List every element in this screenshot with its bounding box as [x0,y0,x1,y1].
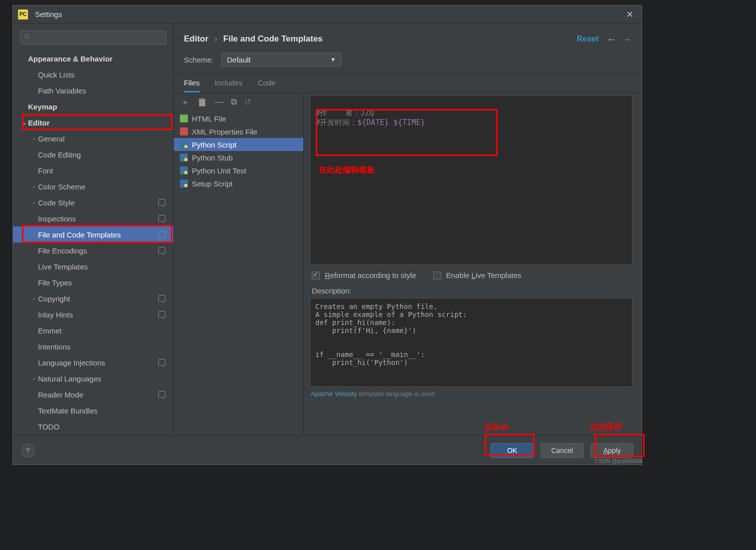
sidebar-item-label: Natural Languages [38,374,168,383]
sidebar-item-todo[interactable]: ›TODO [13,418,173,434]
help-button[interactable]: ? [21,444,35,458]
sidebar-item-path-variables[interactable]: ›Path Variables [13,82,173,98]
revert-template-icon[interactable]: ↺ [244,97,251,108]
sidebar-item-textmate-bundles[interactable]: ›TextMate Bundles [13,402,173,418]
ok-button[interactable]: OK [491,443,534,458]
sidebar-item-label: Code Style [38,198,158,207]
sidebar-item-code-editing[interactable]: ›Code Editing [13,146,173,162]
template-item-html-file[interactable]: HTML File [174,112,303,125]
template-item-setup-script[interactable]: Setup Script [174,177,303,190]
project-scope-icon [158,199,165,206]
sidebar-item-font[interactable]: ›Font [13,162,173,178]
add-template-icon[interactable]: ＋ [181,96,189,108]
sidebar-item-emmet[interactable]: ›Emmet [13,322,173,338]
tree-arrow-icon: ⌄ [20,120,28,126]
nav-arrows: ← → [607,34,632,45]
sidebar-item-label: TextMate Bundles [38,406,168,415]
velocity-link[interactable]: Apache Velocity [311,390,357,398]
sidebar-item-file-encodings[interactable]: ›File Encodings [13,242,173,258]
app-icon: PC [18,10,28,20]
template-item-python-unit-test[interactable]: Python Unit Test [174,164,303,177]
copy-template-icon[interactable]: ⧉ [231,97,237,107]
sidebar-item-inspections[interactable]: ›Inspections [13,210,173,226]
remove-template-icon[interactable]: — [215,97,223,107]
sidebar-item-label: Path Variables [38,86,168,95]
sidebar-item-label: Keymap [28,102,168,111]
sidebar-item-intentions[interactable]: ›Intentions [13,338,173,354]
annotation-click-apply: 点击应用 [590,422,622,432]
sidebar-item-label: Editor [28,118,168,127]
tab-includes[interactable]: Includes [215,78,243,92]
settings-dialog: PC Settings ✕ ›Appearance & Behavior›Qui… [12,5,642,465]
svg-point-0 [24,34,28,38]
tab-code[interactable]: Code [258,78,276,92]
template-item-python-script[interactable]: Python Script [174,138,303,151]
py-file-icon [180,166,188,174]
sidebar-item-label: File Encodings [38,246,158,255]
template-item-label: Python Script [192,140,236,149]
xml-file-icon [180,128,188,136]
apply-button[interactable]: Apply [591,443,634,458]
html-file-icon [180,114,188,122]
sidebar-item-editor[interactable]: ⌄Editor [13,114,173,130]
settings-content: Editor › File and Code Templates Reset ←… [174,24,642,436]
svg-line-1 [28,38,30,40]
scheme-select[interactable]: Default ▼ [221,52,341,66]
project-scope-icon [158,391,165,398]
sidebar-item-label: Color Scheme [38,182,168,191]
sidebar-item-label: Quick Lists [38,70,168,79]
reformat-checkbox[interactable]: Reformat according to style [312,271,416,280]
sidebar-item-label: Font [38,166,168,175]
description-label: Description: [310,286,633,298]
sidebar-item-code-style[interactable]: ›Code Style [13,194,173,210]
sidebar-item-inlay-hints[interactable]: ›Inlay Hints [13,306,173,322]
enable-live-checkbox[interactable]: Enable Live Templates [433,271,522,280]
sidebar-item-label: Code Editing [38,150,168,159]
project-scope-icon [158,231,165,238]
search-icon [23,33,30,40]
nav-back-icon[interactable]: ← [607,34,617,45]
sidebar-item-language-injections[interactable]: ›Language Injections [13,354,173,370]
sidebar-item-file-and-code-templates[interactable]: ›File and Code Templates [13,226,173,242]
nav-forward-icon[interactable]: → [622,34,632,45]
template-toolbar: ＋ 📋 — ⧉ ↺ [174,93,303,111]
tab-files[interactable]: Files [184,78,200,92]
settings-tree[interactable]: ›Appearance & Behavior›Quick Lists›Path … [13,48,173,436]
reset-link[interactable]: Reset [577,34,599,44]
sidebar-item-label: File Types [38,278,168,287]
template-item-python-stub[interactable]: Python Stub [174,151,303,164]
sidebar-item-color-scheme[interactable]: ›Color Scheme [13,178,173,194]
template-item-label: Python Unit Test [192,166,246,175]
template-list-panel: ＋ 📋 — ⧉ ↺ HTML FileXML Properties FilePy… [174,93,304,436]
template-code-editor[interactable]: #作 者：JZQ #开发时间：${DATE} ${TIME} [310,95,633,265]
add-group-icon[interactable]: 📋 [197,97,207,108]
template-item-xml-properties-file[interactable]: XML Properties File [174,125,303,138]
breadcrumb-part: Editor [184,34,208,44]
close-icon[interactable]: ✕ [623,9,637,20]
search-input[interactable] [20,30,166,44]
sidebar-item-copyright[interactable]: ›Copyright [13,290,173,306]
annotation-edit-template: 在此处编辑模板 [319,165,375,176]
sidebar-item-label: Inspections [38,214,158,223]
sidebar-item-keymap[interactable]: ›Keymap [13,98,173,114]
sidebar-item-live-templates[interactable]: ›Live Templates [13,258,173,274]
description-box[interactable]: Creates an empty Python file. A simple e… [310,298,633,387]
sidebar-item-quick-lists[interactable]: ›Quick Lists [13,66,173,82]
project-scope-icon [158,215,165,222]
template-list[interactable]: HTML FileXML Properties FilePython Scrip… [174,111,303,436]
py-file-icon [180,140,188,148]
sidebar-item-general[interactable]: ›General [13,130,173,146]
tree-arrow-icon: › [30,376,38,382]
sidebar-item-file-types[interactable]: ›File Types [13,274,173,290]
project-scope-icon [158,311,165,318]
tree-arrow-icon: › [30,296,38,302]
sidebar-item-natural-languages[interactable]: ›Natural Languages [13,370,173,386]
sidebar-item-reader-mode[interactable]: ›Reader Mode [13,386,173,402]
cancel-button[interactable]: Cancel [541,443,584,458]
project-scope-icon [158,359,165,366]
window-title: Settings [35,10,623,18]
tree-arrow-icon: › [30,184,38,190]
sidebar-item-appearance-behavior[interactable]: ›Appearance & Behavior [13,50,173,66]
template-item-label: Setup Script [192,180,233,188]
sidebar-item-label: TODO [38,422,168,431]
